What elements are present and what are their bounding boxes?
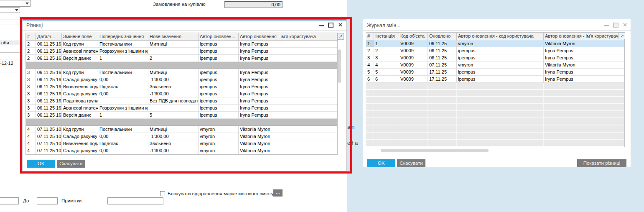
text-field[interactable] (0, 14, 20, 20)
table-cell[interactable] (399, 125, 428, 133)
table-cell[interactable] (366, 104, 374, 111)
table-cell[interactable] (544, 104, 624, 111)
horizontal-scrollbar[interactable] (381, 149, 489, 152)
table-cell[interactable]: Оновлено (428, 33, 457, 40)
table-cell[interactable] (399, 118, 428, 125)
table-cell[interactable]: V0009 (399, 47, 428, 54)
table-cell[interactable]: 06.11.25 16 (36, 69, 62, 76)
table-cell[interactable]: 2 (366, 47, 374, 54)
table-cell[interactable]: 06.11.25 16 (36, 76, 62, 83)
table-header-row[interactable]: #Дата/ч...Змінене полеПопереднє значення… (26, 33, 337, 41)
table-cell[interactable]: ipempus (199, 69, 239, 76)
table-cell[interactable] (428, 83, 457, 90)
table-cell[interactable]: ipempus (457, 69, 544, 76)
table-cell[interactable]: ipempus (457, 76, 544, 83)
table-cell[interactable]: Версія даних (62, 55, 98, 62)
empty-table-row[interactable] (366, 140, 624, 147)
table-row[interactable]: 306.11.25 16Сальдо рахунку0,00-1'300,00i… (26, 90, 337, 97)
table-cell[interactable]: Код об'єкта (399, 33, 428, 40)
table-cell[interactable] (457, 140, 544, 147)
empty-table-row[interactable] (366, 118, 624, 125)
table-cell[interactable]: 06.11.25 16 (36, 105, 62, 112)
table-cell[interactable]: -1'300,00 (148, 133, 199, 140)
table-cell[interactable] (457, 133, 544, 140)
empty-table-row[interactable] (366, 133, 624, 140)
table-cell[interactable]: Митниці (148, 69, 199, 76)
table-cell[interactable] (374, 133, 399, 140)
table-cell[interactable]: Митниці (148, 126, 199, 133)
close-icon[interactable]: ✕ (338, 22, 343, 28)
table-cell[interactable] (399, 97, 428, 104)
table-cell[interactable]: Сальдо рахунку (62, 133, 98, 140)
table-cell[interactable] (98, 97, 148, 105)
table-cell[interactable]: 4 (26, 133, 36, 140)
table-cell[interactable]: ipempus (199, 105, 239, 112)
table-cell[interactable]: ipempus (199, 76, 239, 83)
table-row[interactable]: 33V000906.11.25ipempusIryna Pempus (366, 54, 624, 61)
ellipsis-button[interactable]: ... (273, 189, 283, 197)
table-cell[interactable]: 06.11.25 16 (36, 112, 62, 119)
table-cell[interactable]: 3 (374, 54, 399, 61)
table-cell[interactable] (399, 83, 428, 90)
table-cell[interactable]: Авансові платежі (62, 48, 98, 55)
table-cell[interactable] (457, 104, 544, 111)
table-cell[interactable]: ipempus (457, 47, 544, 54)
table-cell[interactable] (457, 90, 544, 97)
table-cell[interactable] (366, 111, 374, 118)
table-cell[interactable]: 3 (26, 90, 36, 97)
table-cell[interactable] (374, 125, 399, 133)
table-cell[interactable]: Iryna Pempus (239, 97, 337, 105)
table-row[interactable]: 11V000906.11.25vmyronViktoriia Myron (366, 40, 624, 47)
table-cell[interactable] (374, 97, 399, 104)
table-cell[interactable]: 4 (26, 126, 36, 133)
table-cell[interactable]: Iryna Pempus (239, 90, 337, 97)
table-cell[interactable] (544, 133, 624, 140)
table-cell[interactable]: 3 (26, 83, 36, 90)
table-row[interactable]: 407.11.25 10Код групиПостачальникиМитниц… (26, 126, 337, 133)
table-cell[interactable] (457, 83, 544, 90)
table-row[interactable]: 306.11.25 16Версія даних15ipempusIryna P… (26, 112, 337, 119)
table-cell[interactable]: V0009 (399, 40, 428, 47)
minimize-button[interactable] (604, 25, 609, 26)
table-cell[interactable] (366, 97, 374, 104)
table-cell[interactable] (544, 90, 624, 97)
table-cell[interactable]: Постачальники (98, 69, 148, 76)
table-cell[interactable]: 07.11.25 (428, 61, 457, 69)
table-cell[interactable]: Iryna Pempus (239, 41, 337, 48)
table-cell[interactable]: 2 (26, 55, 36, 62)
table-cell[interactable]: Код групи (62, 41, 98, 48)
table-cell[interactable]: Розрахунки з іншими кред (98, 105, 148, 112)
table-cell[interactable]: 1 (98, 112, 148, 119)
table-cell[interactable]: Податкова група (62, 97, 98, 105)
table-cell[interactable]: Попереднє значення (98, 33, 148, 41)
table-cell[interactable]: 4 (366, 61, 374, 69)
table-cell[interactable]: 07.11.25 10 (36, 126, 62, 133)
table-cell[interactable]: 3 (26, 76, 36, 83)
cancel-button[interactable]: Скасувати (397, 159, 425, 167)
table-cell[interactable]: Сальдо рахунку (62, 90, 98, 97)
table-cell[interactable] (457, 111, 544, 118)
table-row[interactable]: 306.11.25 16Сальдо рахунку0,00-1'300,00i… (26, 76, 337, 83)
table-row[interactable]: 22V000906.11.25ipempusIryna Pempus (366, 47, 624, 54)
table-cell[interactable]: 0,00 (98, 90, 148, 97)
table-row[interactable]: 206.11.25 16Авансові платежіРозрахунки з… (26, 48, 337, 55)
maximize-button[interactable] (613, 23, 619, 28)
table-cell[interactable]: Звільнено (148, 83, 199, 90)
table-cell[interactable]: Підлягає (98, 83, 148, 90)
table-cell[interactable]: Код групи (62, 126, 98, 133)
table-cell[interactable]: 0,00 (98, 133, 148, 140)
table-cell[interactable]: Розрахунки з іншими кред (98, 48, 148, 55)
table-cell[interactable]: Viktoriia Myron (239, 147, 337, 154)
table-cell[interactable] (374, 111, 399, 118)
minimize-button[interactable] (319, 25, 324, 26)
table-cell[interactable] (428, 90, 457, 97)
table-cell[interactable]: Без ПДВ для неоподатк (148, 97, 199, 105)
table-cell[interactable] (544, 125, 624, 133)
table-cell[interactable]: 06.11.25 16 (36, 55, 62, 62)
table-cell[interactable]: 1 (374, 40, 399, 47)
expand-grid-icon[interactable]: ↗ (619, 33, 625, 39)
table-row[interactable]: 407.11.25 10Визначення податкуПідлягаєЗв… (26, 140, 337, 147)
table-row[interactable]: 306.11.25 16Авансові платежіРозрахунки з… (26, 105, 337, 112)
ok-button[interactable]: OK (27, 160, 55, 168)
table-cell[interactable]: Viktoriia Myron (239, 133, 337, 140)
